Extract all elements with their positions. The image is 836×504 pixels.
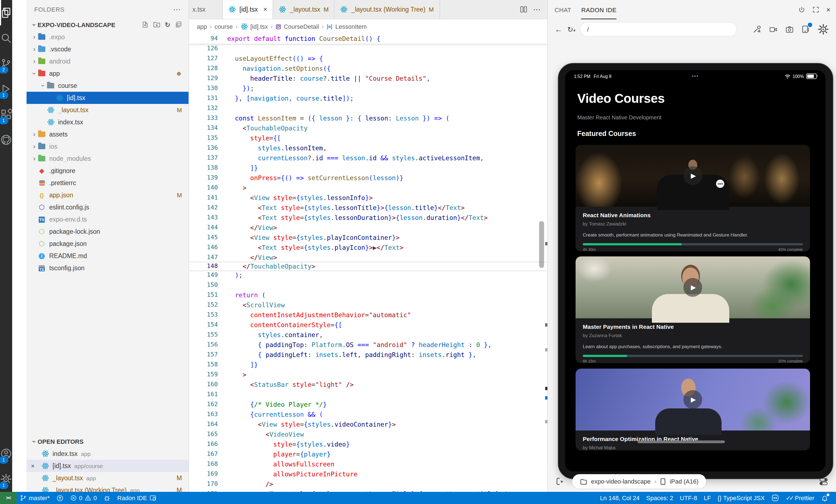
play-button[interactable]: ▶ [683, 166, 702, 185]
device-settings-toggles-icon[interactable] [819, 477, 828, 485]
activity-search[interactable] [0, 25, 12, 51]
devices-icon[interactable] [801, 25, 810, 34]
course-card[interactable]: ▶Performance Optimization in React Nativ… [575, 369, 810, 450]
more-icon[interactable]: ⋯ [533, 5, 541, 14]
video-thumbnail[interactable]: ▶ [575, 369, 810, 430]
split-editor-icon[interactable] [520, 5, 528, 13]
course-card[interactable]: swm▶React Native Animationsby Tomasz Zaw… [575, 145, 810, 251]
tree-item-eslint-config-js[interactable]: ⬡eslint.config.js [26, 201, 189, 213]
code-line-133[interactable]: 133 const LessonItem = ({ lesson }: { le… [189, 113, 547, 123]
code-line-144[interactable]: 144 </View> [189, 223, 547, 233]
record-video-icon[interactable] [768, 25, 778, 34]
code-line-165[interactable]: 165 <VideoView [189, 429, 547, 439]
status-branch[interactable]: master* [17, 492, 53, 504]
tab-x-tsx[interactable]: x.tsx [189, 0, 223, 19]
settings-icon[interactable] [817, 23, 829, 35]
breadcrumb-item--id-tsx[interactable]: [id].tsx [240, 23, 268, 31]
breadcrumb-item-coursedetail[interactable]: CourseDetail [276, 23, 319, 30]
tab--id-tsx[interactable]: [id].tsx× [223, 0, 273, 19]
power-icon[interactable] [798, 6, 806, 14]
tree-item-android[interactable]: ›android [26, 55, 189, 67]
status-radon-face[interactable] [768, 492, 782, 504]
fullscreen-icon[interactable] [813, 6, 820, 13]
tab--layout-tsx-working-tree-[interactable]: _layout.tsx (Working Tree)M [335, 0, 440, 19]
tree-item-assets[interactable]: ›assets [26, 128, 189, 140]
activity-source-control[interactable]: 2 [0, 51, 12, 76]
close-icon[interactable]: × [263, 5, 267, 13]
breadcrumb-item-course[interactable]: course [214, 23, 233, 30]
play-button[interactable]: ▶ [683, 390, 702, 409]
status-language[interactable]: {} TypeScript JSX [714, 492, 768, 504]
tree-item-node-modules[interactable]: ›node_modules [26, 153, 189, 165]
course-card[interactable]: ▶Master Payments in React Nativeby Zuzan… [575, 256, 810, 363]
tree-item-readme-md[interactable]: iREADME.md [26, 250, 189, 262]
tree-item-course[interactable]: ›course [26, 80, 189, 92]
activity-run-debug[interactable]: 1 [0, 76, 12, 102]
panel-tab-chat[interactable]: CHAT [555, 0, 571, 19]
status-publish[interactable] [53, 492, 67, 504]
tree-item-expo-env-d-ts[interactable]: TSexpo-env.d.ts [26, 213, 189, 226]
code-line-139[interactable]: 139 onPress={() => setCurrentLesson(less… [189, 173, 547, 183]
code-line-154[interactable]: 154 contentContainerStyle={[ [189, 320, 547, 330]
video-thumbnail[interactable]: swm▶ [575, 145, 810, 207]
code-line-157[interactable]: 157 { paddingLeft: insets.left, paddingR… [189, 350, 547, 360]
tree-item-tsconfig-json[interactable]: TStsconfig.json [26, 262, 189, 274]
code-line-147[interactable]: 147 </View> [189, 253, 547, 263]
code-line-126[interactable]: 126 [189, 44, 547, 54]
code-line-137[interactable]: 137 currentLesson?.id === lesson.id && s… [189, 153, 547, 163]
screenshot-icon[interactable] [785, 25, 794, 34]
code-line-138[interactable]: 138 ]} [189, 163, 547, 173]
code-line-129[interactable]: 129 headerTitle: course?.title || "Cours… [189, 74, 547, 83]
open-editor--layout-tsx[interactable]: _layout.tsxappM [26, 472, 189, 484]
play-button[interactable]: ▶ [683, 278, 702, 297]
code-line-153[interactable]: 153 contentInsetAdjustmentBehavior="auto… [189, 310, 547, 320]
tools-icon[interactable] [753, 25, 761, 34]
status-problems[interactable]: 00 [67, 492, 100, 504]
tree-item-package-json[interactable]: ⬡package.json [26, 238, 189, 250]
activity-explorer[interactable] [0, 0, 12, 25]
status-encoding[interactable]: UTF-8 [677, 492, 700, 504]
code-line-136[interactable]: 136 styles.lessonItem, [189, 143, 547, 153]
breadcrumb-item-lessonitem[interactable]: LessonItem [326, 23, 367, 30]
code-area[interactable]: 126127 useLayoutEffect(() => {128 naviga… [189, 44, 547, 492]
new-file-icon[interactable] [141, 21, 149, 29]
code-line-140[interactable]: 140 > [189, 183, 547, 193]
code-line-135[interactable]: 135 style={[ [189, 133, 547, 143]
tree-item-index-tsx[interactable]: index.tsx [26, 116, 189, 128]
code-line-145[interactable]: 145 <View style={styles.playIconContaine… [189, 233, 547, 243]
route-url-bar[interactable]: / [581, 23, 737, 36]
code-line-130[interactable]: 130 }); [189, 83, 547, 93]
activity-account[interactable]: 1 [0, 441, 12, 466]
activity-extensions[interactable]: 1 [0, 102, 12, 127]
code-line-148[interactable]: 148 </TouchableOpacity> [189, 261, 547, 271]
code-line-146[interactable]: 146 <Text style={styles.playIcon}>▶</Tex… [189, 243, 547, 253]
tree-item--id-tsx[interactable]: [id].tsx [26, 92, 189, 104]
code-line-158[interactable]: 158 ]} [189, 360, 547, 370]
code-line-161[interactable]: 161 [189, 390, 547, 400]
code-line-167[interactable]: 167 player={player} [189, 449, 547, 459]
tree-item--expo[interactable]: ›.expo [26, 31, 189, 43]
tree-item-app[interactable]: ›app [26, 67, 189, 80]
reload-icon[interactable]: ↻▾ [567, 25, 575, 34]
tree-item-ios[interactable]: ›ios [26, 140, 189, 153]
collapse-all-icon[interactable] [175, 21, 182, 29]
video-scrubber[interactable] [638, 441, 725, 443]
status-formatter[interactable]: ✓✓Prettier [782, 492, 818, 504]
code-line-168[interactable]: 168 allowsFullscreen [189, 459, 547, 469]
inspect-icon[interactable] [556, 477, 565, 486]
status-cursor-position[interactable]: Ln 148, Col 24 [596, 492, 643, 504]
video-thumbnail[interactable]: ▶ [575, 256, 810, 318]
tree-item--vscode[interactable]: ›.vscode [26, 43, 189, 55]
tree-item--gitignore[interactable]: ◆.gitignore [26, 165, 189, 177]
project-root-row[interactable]: › EXPO-VIDEO-LANDSCAPE ↻ [26, 19, 189, 31]
open-editor-index-tsx[interactable]: index.tsxapp [26, 448, 189, 460]
status-radon-ide[interactable]: Radon IDE [114, 492, 160, 504]
back-icon[interactable]: ← [555, 25, 562, 34]
tab--layout-tsx[interactable]: _layout.tsxM [273, 0, 335, 19]
code-line-169[interactable]: 169 allowsPictureInPicture [189, 469, 547, 479]
new-folder-icon[interactable] [153, 21, 160, 29]
activity-settings[interactable]: 1 [0, 466, 12, 492]
code-line-156[interactable]: 156 { paddingTop: Platform.OS === "andro… [189, 340, 547, 350]
breadcrumb-item-app[interactable]: app [197, 23, 207, 30]
code-line-152[interactable]: 152 <ScrollView [189, 300, 547, 310]
